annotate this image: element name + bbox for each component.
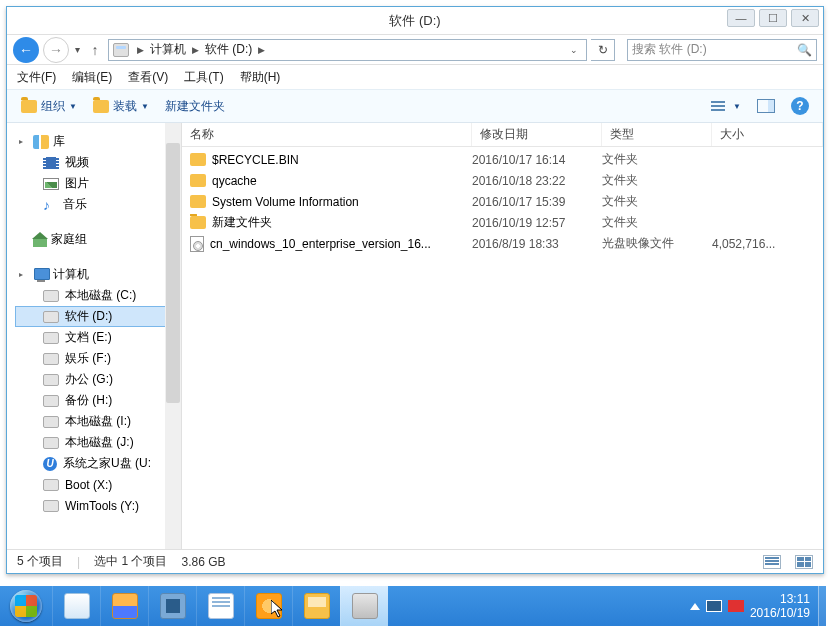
- file-list[interactable]: $RECYCLE.BIN2016/10/17 16:14文件夹qycache20…: [182, 147, 823, 549]
- history-dropdown[interactable]: ▾: [73, 44, 82, 55]
- toolbar: 组织 ▼ 装载 ▼ 新建文件夹 ▼ ?: [7, 89, 823, 123]
- tree-item-video[interactable]: 视频: [15, 152, 181, 173]
- separator: |: [77, 555, 80, 569]
- file-pane: 名称 修改日期 类型 大小 $RECYCLE.BIN2016/10/17 16:…: [182, 123, 823, 549]
- file-size: 4,052,716...: [712, 237, 823, 251]
- taskbar-app-explorer[interactable]: [340, 586, 388, 626]
- address-dropdown[interactable]: ⌄: [566, 45, 582, 55]
- drive-label: 本地磁盘 (C:): [65, 287, 136, 304]
- tray-clock[interactable]: 13:11 2016/10/19: [750, 592, 810, 620]
- breadcrumb-sep[interactable]: ▶: [133, 45, 148, 55]
- organize-button[interactable]: 组织 ▼: [17, 96, 81, 117]
- table-row[interactable]: $RECYCLE.BIN2016/10/17 16:14文件夹: [182, 149, 823, 170]
- tree-item-drive[interactable]: 娱乐 (F:): [15, 348, 181, 369]
- scrollbar-thumb[interactable]: [166, 143, 180, 403]
- drive-label: 文档 (E:): [65, 329, 112, 346]
- tree-item-pictures[interactable]: 图片: [15, 173, 181, 194]
- expand-icon[interactable]: ▸: [19, 137, 29, 146]
- menu-tools[interactable]: 工具(T): [184, 69, 223, 86]
- tray-overflow-icon[interactable]: [690, 603, 700, 610]
- view-menu[interactable]: ▼: [703, 93, 745, 119]
- app-icon: [208, 593, 234, 619]
- table-row[interactable]: 新建文件夹2016/10/19 12:57文件夹: [182, 212, 823, 233]
- table-row[interactable]: System Volume Information2016/10/17 15:3…: [182, 191, 823, 212]
- tree-item-drive[interactable]: Boot (X:): [15, 474, 181, 495]
- status-selected: 选中 1 个项目: [94, 553, 167, 570]
- sidebar-scrollbar[interactable]: [165, 123, 181, 549]
- drive-icon: [43, 437, 59, 449]
- refresh-button[interactable]: ↻: [591, 39, 615, 61]
- start-button[interactable]: [0, 586, 52, 626]
- tree-item-drive[interactable]: U系统之家U盘 (U:: [15, 453, 181, 474]
- titlebar: 软件 (D:) — ☐ ✕: [7, 7, 823, 35]
- pictures-label: 图片: [65, 175, 89, 192]
- tree-homegroup-head[interactable]: 家庭组: [15, 229, 181, 250]
- taskbar-app-6[interactable]: [292, 586, 340, 626]
- drive-label: 娱乐 (F:): [65, 350, 111, 367]
- details-view-button[interactable]: [763, 555, 781, 569]
- tree-item-drive[interactable]: WimTools (Y:): [15, 495, 181, 516]
- forward-button[interactable]: →: [43, 37, 69, 63]
- drive-icon: [43, 332, 59, 344]
- col-name[interactable]: 名称: [182, 123, 472, 146]
- tree-computer-head[interactable]: ▸ 计算机: [15, 264, 181, 285]
- table-row[interactable]: cn_windows_10_enterprise_version_16...20…: [182, 233, 823, 254]
- list-view-icon: [707, 95, 729, 117]
- pane-icon: [757, 99, 775, 113]
- maximize-button[interactable]: ☐: [759, 9, 787, 27]
- icons-view-button[interactable]: [795, 555, 813, 569]
- breadcrumb-drive[interactable]: 软件 (D:): [203, 41, 254, 58]
- tray-display-icon[interactable]: [706, 600, 722, 612]
- taskbar-app-5[interactable]: [244, 586, 292, 626]
- menu-edit[interactable]: 编辑(E): [72, 69, 112, 86]
- breadcrumb-sep[interactable]: ▶: [254, 45, 269, 55]
- window-buttons: — ☐ ✕: [727, 9, 819, 27]
- expand-icon[interactable]: ▸: [19, 270, 29, 279]
- usb-icon: U: [43, 457, 57, 471]
- menu-view[interactable]: 查看(V): [128, 69, 168, 86]
- tray-flag-icon[interactable]: [728, 600, 744, 612]
- col-type[interactable]: 类型: [602, 123, 712, 146]
- tree-libraries-head[interactable]: ▸ 库: [15, 131, 181, 152]
- file-type: 文件夹: [602, 193, 712, 210]
- menu-help[interactable]: 帮助(H): [240, 69, 281, 86]
- statusbar: 5 个项目 | 选中 1 个项目 3.86 GB: [7, 549, 823, 573]
- show-desktop-button[interactable]: [818, 586, 826, 626]
- breadcrumb-sep[interactable]: ▶: [188, 45, 203, 55]
- tree-item-drive[interactable]: 软件 (D:): [15, 306, 181, 327]
- close-button[interactable]: ✕: [791, 9, 819, 27]
- taskbar-app-2[interactable]: [100, 586, 148, 626]
- folder-icon: [190, 174, 206, 187]
- search-placeholder: 搜索 软件 (D:): [632, 41, 707, 58]
- tree-item-music[interactable]: ♪音乐: [15, 194, 181, 215]
- taskbar-app-3[interactable]: [148, 586, 196, 626]
- tree-item-drive[interactable]: 本地磁盘 (J:): [15, 432, 181, 453]
- newfolder-button[interactable]: 新建文件夹: [161, 96, 229, 117]
- up-button[interactable]: ↑: [86, 42, 104, 58]
- minimize-button[interactable]: —: [727, 9, 755, 27]
- table-row[interactable]: qycache2016/10/18 23:22文件夹: [182, 170, 823, 191]
- col-size[interactable]: 大小: [712, 123, 823, 146]
- preview-pane-button[interactable]: [753, 97, 779, 115]
- tree-item-drive[interactable]: 办公 (G:): [15, 369, 181, 390]
- menu-file[interactable]: 文件(F): [17, 69, 56, 86]
- search-input[interactable]: 搜索 软件 (D:) 🔍: [627, 39, 817, 61]
- address-bar[interactable]: ▶ 计算机 ▶ 软件 (D:) ▶ ⌄: [108, 39, 587, 61]
- taskbar-app-4[interactable]: [196, 586, 244, 626]
- file-date: 2016/10/19 12:57: [472, 216, 602, 230]
- tree-item-drive[interactable]: 本地磁盘 (C:): [15, 285, 181, 306]
- tree-item-drive[interactable]: 文档 (E:): [15, 327, 181, 348]
- breadcrumb-computer[interactable]: 计算机: [148, 41, 188, 58]
- explorer-window: 软件 (D:) — ☐ ✕ ← → ▾ ↑ ▶ 计算机 ▶ 软件 (D:) ▶ …: [6, 6, 824, 574]
- back-button[interactable]: ←: [13, 37, 39, 63]
- file-type: 光盘映像文件: [602, 235, 712, 252]
- tree-item-drive[interactable]: 本地磁盘 (I:): [15, 411, 181, 432]
- app-icon: [64, 593, 90, 619]
- tree-item-drive[interactable]: 备份 (H:): [15, 390, 181, 411]
- help-button[interactable]: ?: [787, 95, 813, 117]
- taskbar-app-1[interactable]: [52, 586, 100, 626]
- menubar: 文件(F) 编辑(E) 查看(V) 工具(T) 帮助(H): [7, 65, 823, 89]
- search-icon[interactable]: 🔍: [797, 43, 812, 57]
- col-date[interactable]: 修改日期: [472, 123, 602, 146]
- mount-button[interactable]: 装载 ▼: [89, 96, 153, 117]
